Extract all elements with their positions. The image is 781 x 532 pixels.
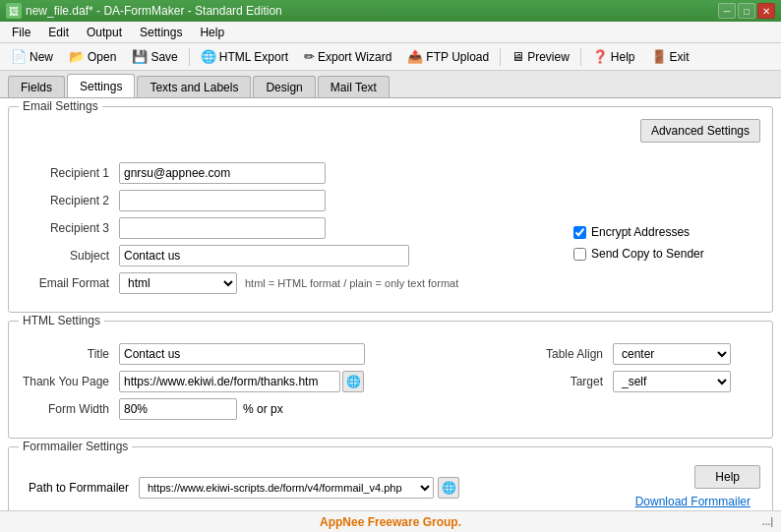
target-row: Target _self _blank _parent _top	[524, 371, 760, 392]
help-button[interactable]: ❓ Help	[585, 46, 642, 68]
ftp-upload-button[interactable]: 📤 FTP Upload	[400, 46, 496, 68]
status-right: ...|	[762, 516, 773, 527]
minimize-button[interactable]: ─	[718, 3, 736, 19]
main-content: Email Settings Advanced Settings Recipie…	[0, 98, 781, 510]
html-section-title: HTML Settings	[19, 314, 104, 327]
recipient1-label: Recipient 1	[21, 166, 119, 180]
send-copy-checkbox[interactable]	[573, 248, 586, 261]
thankyou-input[interactable]	[119, 371, 340, 392]
save-icon: 💾	[132, 49, 148, 64]
email-settings-section: Email Settings Advanced Settings Recipie…	[8, 106, 773, 313]
recipient3-label: Recipient 3	[21, 221, 119, 235]
html-settings-section: HTML Settings Title Thank You Page 🌐 For…	[8, 321, 773, 439]
exit-button[interactable]: 🚪 Exit	[644, 46, 696, 68]
recipient1-row: Recipient 1	[21, 162, 554, 184]
window-title: new_file.daf* - DA-FormMaker - Standard …	[26, 4, 282, 18]
status-bar: AppNee Freeware Group. ...|	[0, 510, 781, 532]
exit-icon: 🚪	[651, 49, 667, 64]
thankyou-globe-button[interactable]: 🌐	[342, 371, 364, 392]
html-title-label: Title	[21, 347, 119, 361]
recipient3-input[interactable]	[119, 217, 326, 239]
subject-label: Subject	[21, 249, 119, 263]
save-button[interactable]: 💾 Save	[125, 46, 184, 68]
email-section-title: Email Settings	[19, 99, 102, 113]
encrypt-addresses-row: Encrypt Addresses	[573, 225, 760, 239]
ftp-upload-icon: 📤	[407, 49, 423, 64]
menu-settings[interactable]: Settings	[132, 22, 190, 42]
target-label: Target	[524, 375, 613, 388]
tab-fields[interactable]: Fields	[8, 76, 65, 97]
form-width-label: Form Width	[21, 402, 119, 416]
email-format-select[interactable]: html plain	[119, 272, 237, 294]
maximize-button[interactable]: □	[738, 3, 755, 19]
toolbar: 📄 New 📂 Open 💾 Save 🌐 HTML Export ✏ Expo…	[0, 43, 781, 71]
table-align-row: Table Align center left right	[524, 343, 760, 365]
thankyou-row: Thank You Page 🌐	[21, 371, 505, 392]
tab-texts-labels[interactable]: Texts and Labels	[137, 76, 251, 97]
html-export-label: HTML Export	[219, 50, 288, 64]
separator-3	[580, 48, 581, 66]
formmailer-globe-button[interactable]: 🌐	[438, 477, 459, 499]
new-button[interactable]: 📄 New	[4, 46, 60, 68]
formmailer-settings-section: Formmailer Settings Path to Formmailer h…	[8, 446, 773, 510]
separator-1	[189, 48, 190, 66]
recipient2-input[interactable]	[119, 190, 326, 211]
email-format-row: Email Format html plain html = HTML form…	[21, 272, 554, 294]
tab-settings[interactable]: Settings	[67, 74, 135, 97]
formmailer-help-button[interactable]: Help	[694, 465, 760, 489]
menu-output[interactable]: Output	[79, 22, 130, 42]
subject-row: Subject	[21, 245, 554, 266]
menu-bar: File Edit Output Settings Help	[0, 22, 781, 43]
form-width-input[interactable]	[119, 398, 237, 420]
advanced-settings-button[interactable]: Advanced Settings	[640, 119, 760, 143]
exit-label: Exit	[670, 50, 690, 64]
encrypt-addresses-label: Encrypt Addresses	[591, 225, 690, 239]
path-to-formmailer-label: Path to Formmailer	[21, 481, 139, 495]
close-button[interactable]: ✕	[757, 3, 775, 19]
encrypt-addresses-checkbox[interactable]	[573, 226, 586, 239]
formmailer-path-select[interactable]: https://www.ekiwi-scripts.de/form/v4/for…	[139, 477, 434, 499]
table-align-label: Table Align	[524, 347, 613, 361]
form-width-row: Form Width % or px	[21, 398, 505, 420]
target-select[interactable]: _self _blank _parent _top	[613, 371, 731, 392]
status-text: AppNee Freeware Group.	[320, 515, 461, 529]
app-icon: 🖼	[6, 3, 22, 19]
menu-help[interactable]: Help	[192, 22, 232, 42]
menu-edit[interactable]: Edit	[40, 22, 77, 42]
download-formmailer-button[interactable]: Download Formmailer	[626, 493, 760, 510]
help-icon: ❓	[592, 49, 608, 64]
menu-file[interactable]: File	[4, 22, 38, 42]
open-icon: 📂	[69, 49, 85, 64]
new-icon: 📄	[11, 49, 27, 64]
recipient2-row: Recipient 2	[21, 190, 554, 211]
preview-label: Preview	[527, 50, 570, 64]
subject-input[interactable]	[119, 245, 409, 266]
title-row: Title	[21, 343, 505, 365]
send-copy-label: Send Copy to Sender	[591, 247, 704, 261]
open-button[interactable]: 📂 Open	[62, 46, 123, 68]
html-title-input[interactable]	[119, 343, 365, 365]
separator-2	[500, 48, 501, 66]
tab-design[interactable]: Design	[253, 76, 315, 97]
window-controls: ─ □ ✕	[718, 3, 775, 19]
html-export-icon: 🌐	[201, 49, 216, 64]
export-wizard-label: Export Wizard	[318, 50, 391, 64]
export-wizard-icon: ✏	[304, 49, 315, 64]
table-align-select[interactable]: center left right	[613, 343, 731, 365]
title-bar: 🖼 new_file.daf* - DA-FormMaker - Standar…	[0, 0, 781, 22]
preview-icon: 🖥	[511, 49, 524, 64]
tab-mail-text[interactable]: Mail Text	[318, 76, 390, 97]
thankyou-label: Thank You Page	[21, 375, 119, 388]
formmailer-section-title: Formmailer Settings	[19, 440, 132, 453]
preview-button[interactable]: 🖥 Preview	[505, 46, 576, 68]
html-export-button[interactable]: 🌐 HTML Export	[194, 46, 295, 68]
help-label: Help	[611, 50, 635, 64]
ftp-upload-label: FTP Upload	[426, 50, 489, 64]
form-width-suffix: % or px	[243, 402, 283, 416]
tabs-bar: Fields Settings Texts and Labels Design …	[0, 71, 781, 98]
recipient1-input[interactable]	[119, 162, 326, 184]
email-format-label: Email Format	[21, 276, 119, 290]
export-wizard-button[interactable]: ✏ Export Wizard	[297, 46, 398, 68]
save-label: Save	[150, 50, 177, 64]
send-copy-row: Send Copy to Sender	[573, 247, 760, 261]
